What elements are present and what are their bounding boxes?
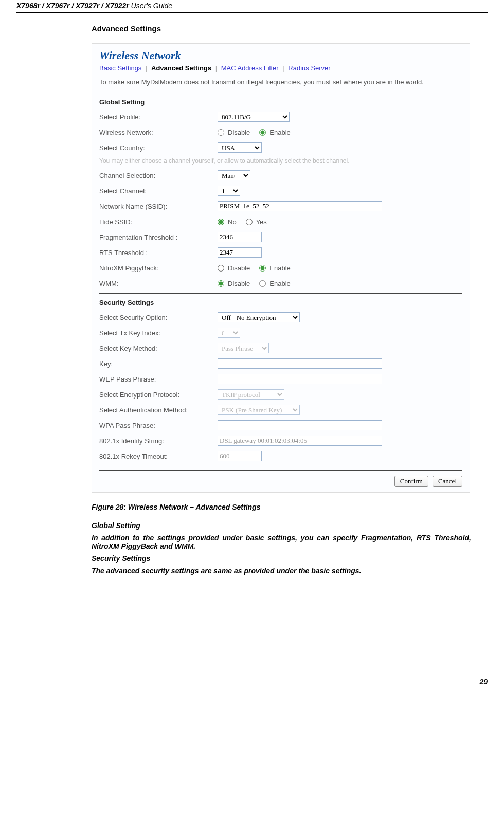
row-wpa-pass: WPA Pass Phrase:	[99, 418, 462, 433]
radio-input-hide-yes[interactable]	[246, 219, 253, 225]
select-country[interactable]: USA	[218, 142, 262, 153]
radio-wmm-disable[interactable]: Disable	[218, 280, 250, 287]
row-fragmentation: Fragmentation Threshold :	[99, 229, 462, 245]
label-identity-string: 802.1x Identity String:	[99, 437, 218, 445]
select-channel[interactable]: 1	[218, 186, 240, 196]
settings-panel: Wireless Network Basic Settings | Advanc…	[92, 43, 470, 493]
select-security-option[interactable]: Off - No Encryption	[218, 312, 300, 322]
label-country: Select Country:	[99, 144, 218, 152]
label-hide-ssid: Hide SSID:	[99, 218, 218, 226]
global-setting-text: In addition to the settings provided und…	[92, 534, 471, 550]
section-divider	[99, 93, 462, 93]
button-row: Confirm Cancel	[99, 476, 462, 487]
label-tx-key-index: Select Tx Key Index:	[99, 329, 218, 337]
global-setting-heading: Global Setting	[92, 521, 471, 530]
group-global-heading: Global Setting	[99, 98, 462, 106]
row-select-channel: Select Channel: 1	[99, 183, 462, 198]
channel-help-text: You may either choose a channel yourself…	[99, 157, 462, 165]
row-nitroxm: NitroXM PiggyBack: Disable Enable	[99, 260, 462, 276]
doc-header: X7968r / X7967r / X7927r / X7922r User's…	[16, 2, 488, 10]
radio-input-nitro-enable[interactable]	[259, 265, 266, 272]
cancel-button[interactable]: Cancel	[433, 476, 462, 487]
tab-mac-filter[interactable]: MAC Address Filter	[221, 64, 279, 72]
label-key-method: Select Key Method:	[99, 345, 218, 352]
row-channel-selection: Channel Selection: Manual	[99, 168, 462, 183]
input-ssid[interactable]	[218, 201, 382, 211]
section-divider	[99, 470, 462, 471]
label-security-option: Select Security Option:	[99, 314, 218, 321]
radio-input-wmm-enable[interactable]	[259, 280, 266, 287]
radio-wmm-enable[interactable]: Enable	[259, 280, 290, 287]
panel-title: Wireless Network	[99, 49, 462, 62]
label-rts: RTS Threshold :	[99, 249, 218, 257]
row-select-profile: Select Profile: 802.11B/G	[99, 109, 462, 124]
radio-input-wireless-enable[interactable]	[259, 129, 266, 136]
tab-bar: Basic Settings | Advanced Settings | MAC…	[99, 64, 462, 72]
select-key-method: Pass Phrase	[218, 343, 269, 353]
tab-separator: |	[143, 64, 149, 72]
row-security-option: Select Security Option: Off - No Encrypt…	[99, 310, 462, 325]
group-security-heading: Security Settings	[99, 299, 462, 306]
radio-wireless-disable[interactable]: Disable	[218, 129, 250, 136]
label-wep-pass: WEP Pass Phrase:	[99, 375, 218, 383]
label-auth-method: Select Authentication Method:	[99, 406, 218, 414]
row-rts: RTS Threshold :	[99, 245, 462, 260]
row-key-method: Select Key Method: Pass Phrase	[99, 340, 462, 356]
radio-nitro-enable[interactable]: Enable	[259, 264, 290, 272]
row-rekey-timeout: 802.1x Rekey Timeout:	[99, 448, 462, 464]
radio-wireless-enable[interactable]: Enable	[259, 129, 290, 136]
radio-hide-no[interactable]: No	[218, 218, 237, 226]
radio-input-hide-no[interactable]	[218, 219, 224, 225]
radio-input-wmm-disable[interactable]	[218, 280, 224, 287]
security-settings-heading: Security Settings	[92, 554, 471, 563]
radio-hide-yes[interactable]: Yes	[246, 218, 267, 226]
label-encryption-protocol: Select Encryption Protocol:	[99, 391, 218, 399]
label-ssid: Network Name (SSID):	[99, 203, 218, 210]
row-wmm: WMM: Disable Enable	[99, 276, 462, 291]
row-select-country: Select Country: USA	[99, 140, 462, 155]
header-rule	[16, 12, 488, 13]
label-wireless: Wireless Network:	[99, 129, 218, 136]
select-encryption-protocol: TKIP protocol	[218, 389, 284, 400]
input-rts[interactable]	[218, 247, 262, 258]
radio-input-wireless-disable[interactable]	[218, 129, 224, 136]
tab-radius-server[interactable]: Radius Server	[288, 64, 330, 72]
input-identity-string	[218, 436, 382, 446]
select-auth-method: PSK (Pre Shared Key)	[218, 405, 300, 415]
input-wpa-pass	[218, 420, 382, 430]
page-number: 29	[0, 678, 504, 686]
input-fragmentation[interactable]	[218, 232, 262, 242]
select-tx-key-index: 0	[218, 328, 240, 338]
row-hide-ssid: Hide SSID: No Yes	[99, 214, 462, 229]
tab-advanced-settings[interactable]: Advanced Settings	[151, 64, 211, 72]
input-rekey-timeout	[218, 451, 262, 461]
row-wireless-network: Wireless Network: Disable Enable	[99, 124, 462, 140]
row-identity-string: 802.1x Identity String:	[99, 433, 462, 448]
section-heading: Advanced Settings	[92, 24, 488, 33]
doc-suffix: User's Guide	[129, 2, 172, 10]
input-wep-pass	[218, 374, 382, 384]
radio-input-nitro-disable[interactable]	[218, 265, 224, 272]
row-wep-pass: WEP Pass Phrase:	[99, 371, 462, 387]
tab-basic-settings[interactable]: Basic Settings	[99, 64, 141, 72]
row-auth-method: Select Authentication Method: PSK (Pre S…	[99, 402, 462, 418]
security-settings-text: The advanced security settings are same …	[92, 567, 471, 575]
label-wmm: WMM:	[99, 280, 218, 287]
input-key	[218, 358, 382, 369]
figure-caption: Figure 28: Wireless Network – Advanced S…	[92, 503, 488, 511]
row-tx-key-index: Select Tx Key Index: 0	[99, 325, 462, 340]
label-profile: Select Profile:	[99, 113, 218, 121]
doc-models: X7968r / X7967r / X7927r / X7922r	[16, 2, 129, 10]
select-channel-mode[interactable]: Manual	[218, 170, 250, 180]
row-key: Key:	[99, 356, 462, 371]
row-encryption-protocol: Select Encryption Protocol: TKIP protoco…	[99, 387, 462, 402]
confirm-button[interactable]: Confirm	[394, 476, 428, 487]
label-key: Key:	[99, 360, 218, 368]
section-divider	[99, 293, 462, 294]
row-ssid: Network Name (SSID):	[99, 198, 462, 214]
label-fragmentation: Fragmentation Threshold :	[99, 233, 218, 241]
radio-nitro-disable[interactable]: Disable	[218, 264, 250, 272]
tab-separator: |	[280, 64, 286, 72]
label-nitroxm: NitroXM PiggyBack:	[99, 264, 218, 272]
select-profile[interactable]: 802.11B/G	[218, 112, 290, 122]
